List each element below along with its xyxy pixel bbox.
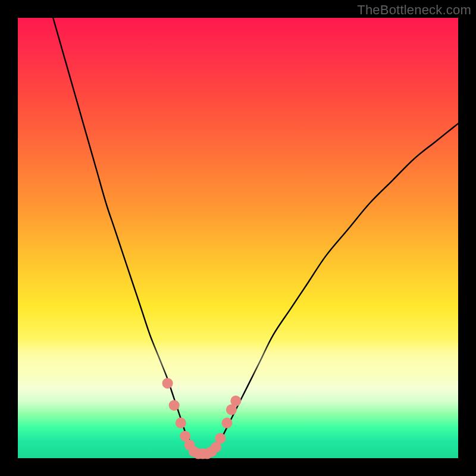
chart-frame: TheBottleneck.com [0,0,476,476]
curve-marker [215,433,226,444]
curve-marker [169,400,180,411]
plot-area [18,18,458,458]
bottleneck-curve [53,18,458,456]
curve-svg [18,18,458,458]
curve-markers [162,378,242,459]
curve-marker [222,418,233,428]
curve-marker [162,378,173,389]
watermark-text: TheBottleneck.com [357,2,471,18]
curve-marker [230,396,241,406]
curve-marker [176,418,186,428]
